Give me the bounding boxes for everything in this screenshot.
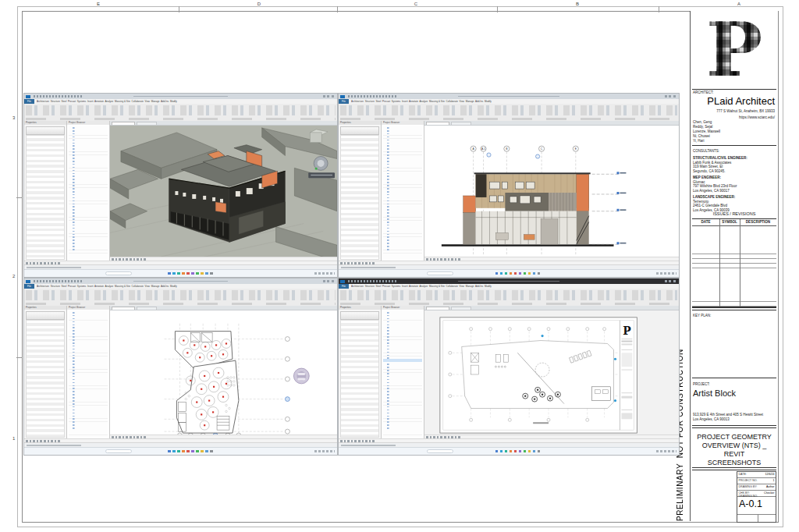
info-row-projectno: PROJECT NO. 1: [737, 478, 776, 484]
properties-palette: Properties: [339, 121, 382, 261]
taskbar-tray: [314, 272, 335, 275]
status-text: [27, 267, 81, 268]
ribbon-icons: [26, 290, 336, 300]
issues-revisions-table: DATE SYMBOL DESCRIPTION: [692, 218, 776, 307]
border-tick: [16, 197, 23, 198]
revit-app-icon: [340, 95, 345, 98]
drawing-number: A-0.1: [739, 498, 762, 509]
consultants-label: CONSULTANTS:: [693, 149, 719, 154]
drawing-canvas-section: A A.1 B C E: [424, 121, 679, 261]
project-label: PROJECT:: [693, 382, 710, 387]
window-title: [133, 96, 227, 98]
ribbon: [24, 104, 337, 122]
border-tick: [337, 6, 338, 12]
ribbon: [24, 289, 337, 307]
taskbar-app-icons: [495, 272, 498, 275]
windows-taskbar: [339, 447, 679, 455]
ribbon-tab-names: Architecture Structure Steel Precast Sys…: [37, 285, 336, 288]
sheet-title-line: OVERVIEW (NTS) _ REVIT: [692, 442, 776, 459]
border-tick: [16, 357, 23, 358]
ribbon-tab-names: Architecture Structure Steel Precast Sys…: [351, 100, 677, 103]
grid-number: 2: [12, 274, 15, 278]
architectural-sheet: E D C B A 3 2 1 PRELIMINARY NOT FOR CONS…: [0, 0, 799, 532]
navigation-wheel-icon: [293, 368, 309, 384]
divider: [692, 427, 776, 428]
type-selector: [340, 126, 379, 135]
active-view-tab: [426, 307, 449, 310]
window-title: [458, 281, 560, 282]
drawing-canvas-plan: [110, 306, 337, 439]
properties-palette: Properties: [24, 121, 67, 261]
consultant-line: Los Angeles, CA 90017: [693, 189, 730, 193]
quick-access-toolbar: [348, 95, 398, 98]
view-tabs: [110, 121, 337, 126]
project-browser: Project Browser: [382, 121, 424, 261]
taskbar-search: [427, 271, 453, 275]
divider: [692, 425, 776, 426]
taskbar-search: [105, 271, 132, 275]
issues-col-line: [740, 219, 740, 307]
revit-titlebar: [339, 94, 679, 99]
border-tick: [497, 6, 498, 12]
divider: [692, 307, 776, 308]
properties-rows: [340, 135, 379, 260]
col-date: DATE: [692, 219, 719, 225]
border-tick: [659, 6, 659, 12]
view-tab: [451, 307, 471, 310]
properties-palette: Properties: [339, 306, 382, 439]
view-tab: [451, 122, 471, 126]
project-browser: Project Browser: [67, 306, 110, 439]
windows-taskbar: [339, 269, 679, 277]
revit-app-icon: [340, 280, 345, 283]
ribbon-icons: [340, 105, 677, 115]
taskbar-tray: [656, 272, 676, 275]
revit-body: Properties Project Browser P: [339, 306, 679, 439]
windows-taskbar: [24, 447, 337, 455]
issues-empty-rows: [692, 225, 776, 307]
taskbar-tray: [314, 450, 335, 452]
ribbon-tab-names: Architecture Structure Steel Precast Sys…: [351, 285, 677, 288]
drawing-canvas-3d: [110, 121, 337, 261]
titleblock: P ARCHITECT: PLaid Architect 777 S Walnu…: [690, 11, 778, 521]
building-section-view: A A.1 B C E: [424, 125, 679, 261]
browser-header: Project Browser: [382, 121, 424, 125]
properties-header: Properties: [24, 306, 66, 310]
active-view-tab: [426, 122, 449, 126]
border-tick: [179, 6, 179, 12]
revit-screenshot-section: File Architecture Structure Steel Precas…: [338, 93, 680, 278]
type-selector: [340, 311, 379, 320]
browser-tree: [69, 126, 108, 260]
browser-selected-row: [383, 359, 422, 362]
revit-app-icon: [26, 280, 30, 283]
ribbon: [339, 104, 679, 122]
ribbon-panel-labels: [26, 118, 336, 120]
architect-name: PLaid Architect: [707, 95, 775, 107]
architect-label: ARCHITECT:: [693, 90, 714, 95]
type-selector: [26, 311, 65, 320]
ribbon-icons: [26, 105, 336, 115]
grid-letter: B: [576, 2, 579, 6]
floor-plan-view: [110, 310, 337, 439]
revit-titlebar: [24, 94, 337, 99]
grid-letter: C: [414, 2, 417, 6]
team-member: Lorenze, Maxwell: [693, 129, 720, 134]
divider: [692, 467, 776, 468]
project-address-line: Los Angeles, CA 90013: [693, 417, 730, 422]
date-value: 12/6/24: [765, 472, 775, 477]
properties-header: Properties: [339, 121, 381, 125]
team-member: Yi, Hari: [693, 139, 705, 144]
revit-body: Properties Project Browser: [339, 121, 679, 261]
properties-rows: [26, 320, 65, 438]
team-member: Chen, Geng: [693, 120, 712, 125]
team-member: Reddy, Sejal: [693, 125, 712, 129]
browser-header: Project Browser: [67, 306, 109, 310]
project-browser: Project Browser: [382, 306, 424, 439]
info-row-date: DATE: 12/6/24: [737, 472, 776, 478]
grid-number: 3: [12, 115, 15, 120]
divider: [692, 310, 776, 310]
quick-access-toolbar: [34, 95, 83, 98]
browser-tree: [383, 126, 422, 260]
quick-access-toolbar: [348, 280, 398, 282]
properties-palette: Properties: [24, 306, 67, 439]
active-view-tab: [112, 122, 135, 126]
